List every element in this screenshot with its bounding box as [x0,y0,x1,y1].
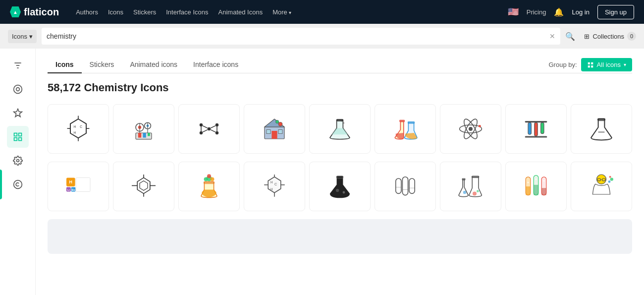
sidebar-item-favorites[interactable] [7,102,29,124]
svg-line-40 [211,126,215,128]
icon-item[interactable]: H C H [244,162,305,211]
nav-animated-icons[interactable]: Animated Icons [218,8,263,16]
svg-marker-77 [140,181,148,190]
svg-point-61 [479,125,481,127]
main-layout: Icons Stickers Animated icons Interface … [0,49,644,295]
icon-item[interactable] [375,162,436,211]
icon-item[interactable] [178,162,240,211]
svg-rect-14 [588,65,590,67]
svg-point-60 [469,127,473,131]
svg-text:H: H [73,131,76,134]
tab-bar: Icons Stickers Animated icons Interface … [48,57,632,73]
login-button[interactable]: Log in [572,8,589,16]
svg-point-116 [535,178,537,180]
icon-item[interactable] [375,104,436,154]
svg-rect-15 [591,65,593,67]
grid-icon [587,61,594,68]
results-title: 58,172 Chemistry Icons [48,81,632,94]
svg-point-50 [278,122,282,126]
svg-text:H: H [270,187,273,191]
nav-right: 🇺🇸 Pricing 🔔 Log in Sign up [508,5,634,19]
svg-point-122 [608,180,611,183]
pricing-link[interactable]: Pricing [527,8,546,16]
icon-item[interactable] [440,162,501,211]
svg-line-42 [211,130,215,132]
icon-item[interactable] [178,104,240,154]
language-flag[interactable]: 🇺🇸 [508,6,519,17]
tab-stickers[interactable]: Stickers [82,57,122,73]
signup-button[interactable]: Sign up [597,5,634,19]
tab-icons[interactable]: Icons [48,57,82,73]
icon-item[interactable] [309,104,371,154]
tab-animated-icons[interactable]: Animated icons [122,57,185,73]
sidebar-item-filters[interactable] [7,55,29,76]
dropdown-chevron-icon: ▾ [29,33,33,40]
sidebar-active-indicator [0,170,2,199]
nav-authors[interactable]: Authors [76,8,98,16]
search-input-wrap: ✕ [42,28,560,45]
sidebar-item-palette[interactable] [7,78,29,100]
svg-rect-48 [267,130,270,134]
nav-icons[interactable]: Icons [108,8,123,16]
svg-point-96 [336,189,339,192]
search-type-select[interactable]: Icons ▾ [8,30,37,43]
collections-label: Collections [592,33,624,40]
search-input[interactable] [47,32,545,40]
svg-point-84 [204,177,208,181]
svg-point-35 [200,123,203,126]
icon-item[interactable]: H Li Be [48,162,109,211]
icon-item[interactable] [571,162,632,211]
sidebar-item-copyright[interactable] [7,174,29,195]
icon-item[interactable] [505,104,567,154]
nav-links: Authors Icons Stickers Interface Icons A… [76,8,291,16]
svg-point-54 [341,120,342,121]
svg-point-107 [473,191,477,195]
svg-rect-49 [278,130,282,134]
nav-more[interactable]: More [272,8,291,16]
svg-point-3 [13,85,22,94]
icon-item[interactable] [244,104,305,154]
svg-rect-110 [526,186,531,195]
svg-rect-98 [396,178,401,193]
svg-rect-7 [18,133,21,136]
svg-text:Be: Be [71,188,75,191]
svg-point-85 [210,177,214,181]
icon-item[interactable] [113,162,174,211]
svg-point-118 [596,175,606,184]
svg-point-97 [343,191,345,194]
svg-text:C: C [274,182,277,186]
svg-point-123 [610,177,613,180]
all-icons-chevron-icon: ▾ [624,62,626,67]
logo-icon: ▲ [10,6,21,17]
collections-button[interactable]: ⊞ Collections 0 [584,32,636,41]
logo[interactable]: ▲ flaticon [10,6,59,18]
nav-interface-icons[interactable]: Interface Icons [166,8,208,16]
nav-stickers[interactable]: Stickers [133,8,156,16]
icon-item[interactable] [113,104,174,154]
svg-marker-16 [70,119,86,138]
icons-grid-row2: H Li Be [48,162,632,211]
svg-rect-65 [535,122,537,136]
svg-point-36 [215,123,218,126]
clear-icon[interactable]: ✕ [549,32,555,40]
notification-icon[interactable]: 🔔 [554,7,564,17]
icon-item[interactable] [505,162,567,211]
icon-item[interactable] [309,162,371,211]
svg-rect-27 [148,133,150,136]
svg-text:H: H [270,180,273,184]
svg-text:H: H [73,125,76,128]
svg-rect-12 [588,62,590,64]
icon-item[interactable] [440,104,501,154]
all-icons-button[interactable]: All icons ▾ [581,58,632,71]
svg-rect-99 [402,177,408,195]
tab-interface-icons[interactable]: Interface icons [185,57,246,73]
search-icon[interactable]: 🔍 [565,32,575,41]
collections-grid-icon: ⊞ [584,33,590,40]
icon-item[interactable]: H C H [48,104,109,154]
sidebar-item-settings[interactable] [7,150,29,172]
sidebar-item-grid[interactable] [7,126,29,148]
svg-rect-100 [409,178,415,193]
svg-point-10 [16,160,19,162]
icon-item[interactable] [571,104,632,154]
svg-rect-47 [271,131,277,139]
